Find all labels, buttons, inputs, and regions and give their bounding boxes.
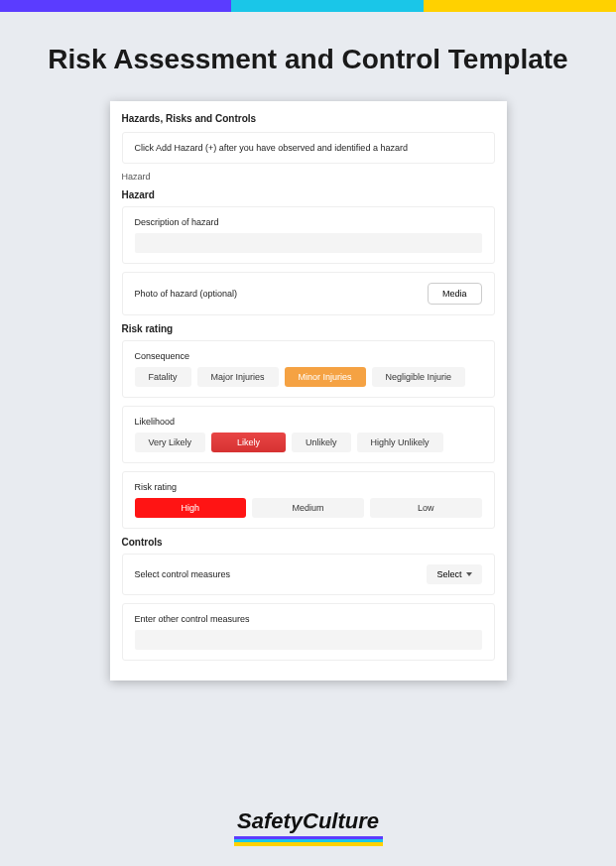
page-title: Risk Assessment and Control Template [20, 42, 596, 76]
select-control-label: Select control measures [135, 569, 231, 579]
consequence-card: Consequence Fatality Major Injuries Mino… [122, 340, 495, 398]
hazard-sublabel: Hazard [122, 172, 495, 182]
likelihood-unlikely[interactable]: Unlikely [292, 433, 351, 452]
likelihood-very-likely[interactable]: Very Likely [135, 433, 206, 452]
consequence-major[interactable]: Major Injuries [197, 367, 279, 387]
intro-card: Click Add Hazard (+) after you have obse… [122, 132, 495, 164]
consequence-options: Fatality Major Injuries Minor Injuries N… [135, 367, 482, 387]
select-button-label: Select [436, 569, 461, 579]
likelihood-likely[interactable]: Likely [211, 433, 286, 452]
likelihood-card: Likelihood Very Likely Likely Unlikely H… [122, 406, 495, 463]
consequence-negligible[interactable]: Negligible Injurie [372, 367, 466, 387]
other-control-input[interactable] [135, 630, 482, 650]
controls-heading: Controls [122, 537, 495, 548]
brand-logo: SafetyCulture [0, 808, 616, 846]
select-button[interactable]: Select [427, 564, 481, 584]
brand-underline-yellow [234, 842, 383, 846]
rating-options: High Medium Low [135, 498, 482, 518]
photo-label: Photo of hazard (optional) [135, 289, 238, 299]
description-label: Description of hazard [135, 217, 482, 227]
section-heading: Hazards, Risks and Controls [122, 113, 495, 124]
description-input[interactable] [135, 233, 482, 253]
likelihood-highly-unlikely[interactable]: Highly Unlikely [357, 433, 443, 452]
rating-low[interactable]: Low [370, 498, 482, 518]
rating-card: Risk rating High Medium Low [122, 471, 495, 529]
risk-rating-heading: Risk rating [122, 323, 495, 334]
bar-cyan [231, 0, 424, 12]
rating-medium[interactable]: Medium [252, 498, 364, 518]
other-control-label: Enter other control measures [135, 614, 482, 624]
consequence-label: Consequence [135, 351, 482, 361]
consequence-fatality[interactable]: Fatality [135, 367, 191, 387]
likelihood-label: Likelihood [135, 417, 482, 427]
description-card: Description of hazard [122, 206, 495, 264]
bar-yellow [424, 0, 616, 12]
form-panel: Hazards, Risks and Controls Click Add Ha… [110, 101, 507, 680]
likelihood-options: Very Likely Likely Unlikely Highly Unlik… [135, 433, 482, 452]
brand-text: SafetyCulture [237, 808, 379, 833]
photo-card: Photo of hazard (optional) Media [122, 272, 495, 315]
consequence-minor[interactable]: Minor Injuries [285, 367, 366, 387]
chevron-down-icon [466, 572, 472, 576]
top-accent-bar [0, 0, 616, 12]
rating-label: Risk rating [135, 482, 482, 492]
select-control-card: Select control measures Select [122, 554, 495, 595]
hazard-heading: Hazard [122, 189, 495, 200]
bar-purple [0, 0, 231, 12]
intro-text: Click Add Hazard (+) after you have obse… [135, 143, 408, 153]
other-control-card: Enter other control measures [122, 603, 495, 661]
media-button[interactable]: Media [428, 283, 482, 305]
rating-high[interactable]: High [135, 498, 247, 518]
